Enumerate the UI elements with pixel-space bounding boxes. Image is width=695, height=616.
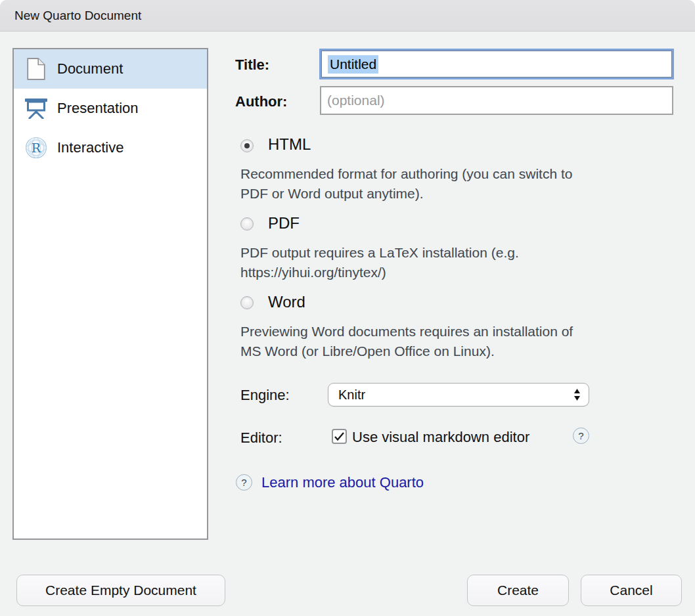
format-radio-html[interactable] bbox=[240, 139, 254, 152]
author-input-placeholder: (optional) bbox=[327, 93, 385, 108]
template-type-list: Document Presentation bbox=[12, 48, 208, 540]
checkmark-icon bbox=[334, 432, 344, 441]
sidebar-item-document[interactable]: Document bbox=[14, 49, 207, 89]
stepper-arrows-icon bbox=[573, 388, 581, 401]
learn-more-link[interactable]: Learn more about Quarto bbox=[261, 474, 424, 491]
format-label-html: HTML bbox=[268, 135, 311, 154]
format-radio-word[interactable] bbox=[240, 296, 254, 309]
svg-text:R: R bbox=[32, 141, 41, 155]
author-label: Author: bbox=[235, 93, 287, 110]
format-description-word: Previewing Word documents requires an in… bbox=[240, 322, 573, 361]
author-input[interactable]: (optional) bbox=[320, 86, 673, 115]
title-input-value: Untitled bbox=[328, 55, 378, 74]
question-mark: ? bbox=[241, 477, 246, 488]
presentation-icon bbox=[24, 97, 48, 120]
document-icon bbox=[24, 57, 48, 81]
dialog-title: New Quarto Document bbox=[14, 9, 141, 23]
format-radio-pdf[interactable] bbox=[240, 217, 254, 231]
engine-select-value: Knitr bbox=[338, 387, 573, 403]
learn-more-help-icon[interactable]: ? bbox=[236, 474, 252, 491]
cancel-button[interactable]: Cancel bbox=[581, 575, 682, 606]
interactive-icon: R bbox=[24, 136, 48, 160]
format-description-pdf: PDF output requires a LaTeX installation… bbox=[240, 243, 519, 282]
new-quarto-document-dialog: New Quarto Document Document bbox=[0, 0, 695, 616]
format-label-pdf: PDF bbox=[268, 214, 300, 232]
title-input[interactable]: Untitled bbox=[321, 51, 672, 77]
dialog-titlebar[interactable]: New Quarto Document bbox=[0, 0, 695, 32]
engine-select[interactable]: Knitr bbox=[328, 383, 589, 407]
editor-label: Editor: bbox=[240, 429, 282, 447]
create-empty-document-button[interactable]: Create Empty Document bbox=[16, 575, 225, 606]
sidebar-item-label: Interactive bbox=[57, 139, 124, 156]
create-button[interactable]: Create bbox=[467, 575, 569, 606]
visual-editor-checkbox[interactable] bbox=[332, 429, 347, 444]
engine-label: Engine: bbox=[240, 387, 290, 404]
format-description-html: Recommended format for authoring (you ca… bbox=[240, 164, 572, 204]
editor-help-icon[interactable]: ? bbox=[573, 428, 589, 444]
title-label: Title: bbox=[235, 56, 269, 74]
visual-editor-checkbox-label: Use visual markdown editor bbox=[352, 429, 529, 446]
sidebar-item-label: Document bbox=[57, 60, 123, 77]
sidebar-item-presentation[interactable]: Presentation bbox=[14, 89, 207, 128]
format-label-word: Word bbox=[268, 293, 305, 311]
sidebar-item-label: Presentation bbox=[57, 100, 139, 117]
sidebar-item-interactive[interactable]: R Interactive bbox=[14, 128, 207, 167]
question-mark: ? bbox=[578, 430, 583, 441]
